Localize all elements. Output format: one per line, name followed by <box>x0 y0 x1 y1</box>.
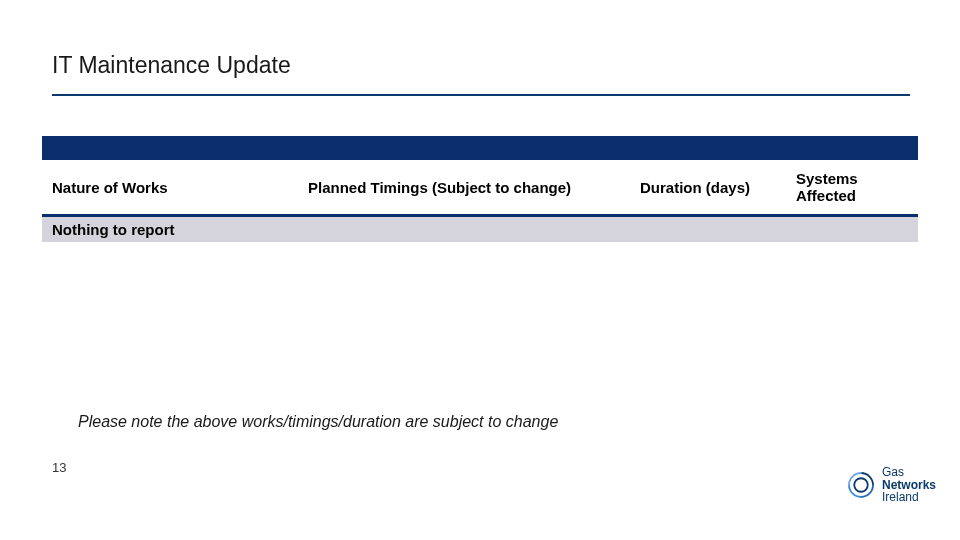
table-header-band <box>42 136 918 160</box>
cell-nature: Nothing to report <box>42 217 298 242</box>
cell-timing <box>298 217 630 242</box>
brand-logo: Gas Networks Ireland <box>846 466 936 504</box>
logo-text: Gas Networks Ireland <box>882 466 936 504</box>
table-row: Nothing to report <box>42 217 918 242</box>
logo-line1: Gas <box>882 466 936 479</box>
svg-point-0 <box>854 478 868 492</box>
col-header-systems: Systems Affected <box>786 160 918 215</box>
slide: IT Maintenance Update Nature of Works Pl… <box>0 0 960 540</box>
cell-systems <box>786 217 918 242</box>
cell-duration <box>630 217 786 242</box>
maintenance-table: Nature of Works Planned Timings (Subject… <box>42 136 918 242</box>
page-number: 13 <box>52 460 66 475</box>
logo-line3: Ireland <box>882 491 936 504</box>
col-header-timing: Planned Timings (Subject to change) <box>298 160 630 215</box>
col-header-nature: Nature of Works <box>42 160 298 215</box>
title-underline <box>52 94 910 96</box>
page-title: IT Maintenance Update <box>52 52 291 79</box>
table-header-row: Nature of Works Planned Timings (Subject… <box>42 160 918 215</box>
footnote: Please note the above works/timings/dura… <box>78 413 558 431</box>
logo-icon <box>846 470 876 500</box>
col-header-duration: Duration (days) <box>630 160 786 215</box>
